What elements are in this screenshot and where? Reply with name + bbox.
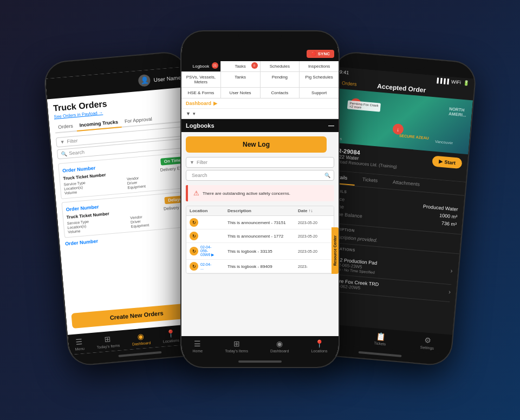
resource-center-container: Resource Center [332, 227, 339, 274]
menu-icon: ☰ [75, 337, 83, 346]
tab-tickets[interactable]: Tickets [354, 173, 386, 188]
back-button[interactable]: ‹ Orders [339, 80, 357, 87]
order-number-1[interactable]: Order Number [62, 165, 96, 173]
filter-placeholder: Filter [67, 138, 78, 145]
center-notch [238, 31, 282, 42]
right-settings-icon: ⚙ [424, 336, 431, 345]
right-nav-tickets[interactable]: 📋 Tickets [374, 331, 387, 346]
tab-hse[interactable]: HSE & Forms [181, 88, 220, 98]
center-filter-input[interactable]: ▼ Filter [186, 157, 334, 168]
center-bottom-bar [181, 356, 339, 367]
tab-incoming-trucks[interactable]: Incoming Trucks [76, 117, 122, 132]
tab-for-approval[interactable]: For Approval [121, 114, 155, 126]
todays-items-icon: ⊞ [104, 334, 111, 344]
tab-orders[interactable]: Orders [55, 121, 77, 132]
right-nav-settings[interactable]: ⚙ Settings [420, 336, 434, 350]
center-top-bar-outer [181, 31, 339, 47]
safety-alert: ⚠ There are outstanding active safety co… [186, 185, 334, 201]
dest-1-chevron: › [450, 267, 453, 274]
nav-locations[interactable]: 📍 Locations [162, 329, 179, 344]
alert-icon: ⚠ [193, 189, 199, 197]
center-filter-row[interactable]: ▼ ▾ [181, 109, 339, 119]
tab-user-notes[interactable]: User Notes [221, 88, 260, 98]
start-button[interactable]: ▶ Start [432, 155, 463, 169]
battery-icon: 🔋 [463, 80, 469, 86]
start-icon: ▶ [439, 159, 443, 165]
log-desc-2: This is announcement - 1772 [227, 234, 298, 239]
center-nav-home[interactable]: ☰ Home [193, 339, 203, 353]
filter-funnel-icon: ▼ [190, 160, 194, 165]
log-date-3: 2023-05-20 [298, 250, 330, 253]
center-search-input[interactable]: Search 🔍 [186, 170, 334, 181]
avatar: 👤 [138, 74, 151, 87]
center-nav-dashboard[interactable]: ◉ Dashboard [270, 339, 289, 353]
center-home-indicator [238, 360, 282, 363]
nav-todays-label: Today's Items [96, 344, 120, 350]
center-nav-locations[interactable]: 📍 Locations [311, 339, 327, 353]
center-bottom-nav: ☰ Home ⊞ Today's Items ◉ Dashboard 📍 Loc… [181, 336, 339, 356]
log-row-4[interactable]: ↻ 02-04-... This is logbook - 89409 2023… [186, 260, 334, 273]
resource-center-tab[interactable]: Resource Center [332, 227, 339, 274]
dest-2-chevron: › [448, 288, 451, 296]
tab-pig-schedules[interactable]: Pig Schedules [300, 72, 339, 87]
right-notch [384, 56, 427, 70]
nav-dashboard[interactable]: ◉ Dashboard [131, 331, 151, 346]
dashboard-row[interactable]: Dashboard ▶ [181, 99, 339, 109]
sync-label: SYNC [318, 51, 330, 56]
volume-balance-value: 736 m³ [441, 220, 457, 227]
tab-pending[interactable]: Pending [261, 72, 300, 87]
right-settings-label: Settings [420, 345, 434, 350]
center-dashboard-icon: ◉ [276, 339, 283, 348]
col-description: Description [227, 208, 298, 213]
log-row-1: ↻ This is announcement - 73151 2023-05-2… [186, 216, 334, 229]
logbooks-title: Logbooks [186, 122, 214, 129]
log-desc-4: This is logbook - 89409 [227, 264, 298, 269]
tasks-badge: 0 [251, 62, 258, 69]
tab-contacts[interactable]: Contacts [261, 88, 300, 98]
logbook-badge: 21 [212, 62, 218, 69]
log-row-2-location: ↻ [190, 232, 227, 240]
log-row-1-location: ↻ [190, 218, 227, 227]
vancouver-label: Vancouver [435, 140, 453, 145]
tab-schedules[interactable]: Schedules [261, 61, 300, 71]
log-link-3[interactable]: 02-04-059-03W6 ▶ [200, 245, 214, 257]
log-table-header: Location Description Date ↑↓ [186, 206, 334, 216]
nav-todays-items[interactable]: ⊞ Today's Items [96, 334, 120, 350]
tab-psv[interactable]: PSVs, Vessels, Meters [181, 72, 220, 87]
log-table: Location Description Date ↑↓ ↻ This is a… [186, 206, 334, 274]
back-label: Orders [342, 80, 357, 87]
left-notch [93, 56, 136, 70]
order-number-2[interactable]: Order Number [66, 204, 99, 212]
col-date[interactable]: Date ↑↓ [298, 208, 330, 213]
tab-support[interactable]: Support [300, 88, 339, 98]
sync-icon: 🔴 [311, 51, 316, 56]
left-content: Truck Orders See Orders in Payload → Ord… [47, 87, 201, 252]
start-label: Start [444, 159, 456, 166]
sync-button[interactable]: 🔴 SYNC [307, 50, 334, 58]
filter-dropdown: ▾ [193, 111, 196, 116]
nav-menu[interactable]: ☰ Menu [74, 337, 85, 351]
log-date-2: 2023-05-20 [298, 234, 330, 238]
log-row-3[interactable]: ↻ 02-04-059-03W6 ▶ This is logbook - 331… [186, 243, 334, 260]
center-search-area: ▼ Filter Search 🔍 [181, 157, 339, 185]
tab-tanks[interactable]: Tanks [221, 72, 260, 87]
log-link-4[interactable]: 02-04-... [200, 262, 211, 270]
nav-menu-label: Menu [75, 346, 84, 351]
center-nav-home-label: Home [193, 349, 203, 353]
service-value: Produced Water [423, 204, 458, 212]
collapse-icon: — [328, 122, 334, 129]
center-nav-dashboard-label: Dashboard [270, 349, 289, 353]
center-nav-todays[interactable]: ⊞ Today's Items [225, 339, 248, 353]
secure-label: SECURE AZEAU [399, 134, 429, 140]
order-card-1: Order Number On Time Truck Ticket Number… [58, 152, 191, 199]
volume-value: 1000 m³ [439, 213, 458, 220]
log-desc-1: This is announcement - 73151 [227, 220, 298, 225]
tab-tasks[interactable]: Tasks 0 [221, 61, 260, 71]
log-row-4-location: ↻ 02-04-... [190, 262, 227, 271]
time-display: 9:41 [339, 69, 349, 75]
log-row-2: ↻ This is announcement - 1772 2023-05-20 [186, 229, 334, 243]
tab-logbook[interactable]: Logbook 21 [181, 61, 220, 71]
new-log-button[interactable]: New Log [186, 136, 327, 153]
nav-dashboard-label: Dashboard [132, 341, 151, 346]
tab-inspections[interactable]: Inspections [300, 61, 339, 71]
